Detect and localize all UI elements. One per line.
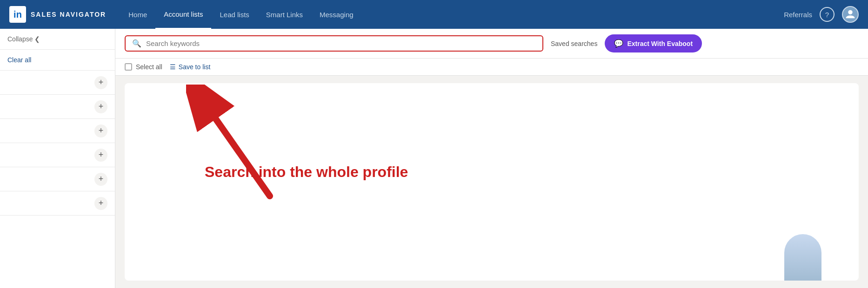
filter-expand-1[interactable]: +: [94, 76, 107, 89]
extract-icon: 💬: [614, 39, 623, 48]
person-illustration: [784, 234, 821, 281]
filter-section-2: +: [0, 95, 115, 119]
toolbar: Select all ☰ Save to list: [115, 59, 868, 76]
filter-expand-4[interactable]: +: [94, 149, 107, 162]
nav-messaging[interactable]: Messaging: [311, 0, 362, 29]
content-area: Collapse ❮ Clear all + + + + + + 🔍 S: [0, 29, 868, 288]
filter-expand-6[interactable]: +: [94, 197, 107, 210]
filter-section-3: +: [0, 119, 115, 143]
select-all-checkbox[interactable]: [125, 63, 132, 71]
navbar: in SALES NAVIGATOR Home Account lists Le…: [0, 0, 868, 29]
search-input[interactable]: [146, 39, 536, 47]
main-panel: 🔍 Saved searches 💬 Extract With Evaboot …: [115, 29, 868, 288]
nav-links: Home Account lists Lead lists Smart Link…: [120, 0, 784, 29]
results-area: [115, 76, 868, 288]
filter-expand-3[interactable]: +: [94, 124, 107, 137]
search-area: 🔍 Saved searches 💬 Extract With Evaboot: [115, 29, 868, 59]
nav-lead-lists[interactable]: Lead lists: [211, 0, 257, 29]
help-icon[interactable]: ?: [820, 7, 835, 22]
nav-account-lists[interactable]: Account lists: [155, 0, 211, 29]
extract-button[interactable]: 💬 Extract With Evaboot: [605, 34, 702, 52]
saved-searches-link[interactable]: Saved searches: [551, 40, 597, 47]
referrals-link[interactable]: Referrals: [784, 11, 812, 19]
list-icon: ☰: [170, 63, 176, 71]
select-all-label[interactable]: Select all: [136, 63, 162, 71]
search-icon: 🔍: [132, 39, 141, 48]
filter-section-6: +: [0, 191, 115, 216]
filter-section-4: +: [0, 143, 115, 167]
svg-point-0: [848, 10, 852, 14]
nav-right: Referrals ?: [784, 6, 859, 23]
brand: in SALES NAVIGATOR: [9, 6, 106, 23]
filter-expand-2[interactable]: +: [94, 100, 107, 113]
sidebar: Collapse ❮ Clear all + + + + + +: [0, 29, 115, 288]
brand-name: SALES NAVIGATOR: [31, 11, 106, 18]
nav-home[interactable]: Home: [120, 0, 155, 29]
avatar[interactable]: [842, 6, 859, 23]
nav-smart-links[interactable]: Smart Links: [258, 0, 311, 29]
filter-section-1: +: [0, 71, 115, 95]
filter-expand-5[interactable]: +: [94, 173, 107, 186]
filter-section-5: +: [0, 167, 115, 191]
select-all-wrapper: Select all: [125, 63, 162, 71]
save-to-list-button[interactable]: ☰ Save to list: [170, 63, 210, 71]
collapse-button[interactable]: Collapse ❮: [7, 35, 40, 43]
clear-all-button[interactable]: Clear all: [0, 50, 115, 71]
sidebar-header: Collapse ❮: [0, 29, 115, 50]
linkedin-logo: in: [9, 6, 26, 23]
search-box: 🔍: [125, 35, 543, 52]
results-card: [125, 83, 859, 281]
